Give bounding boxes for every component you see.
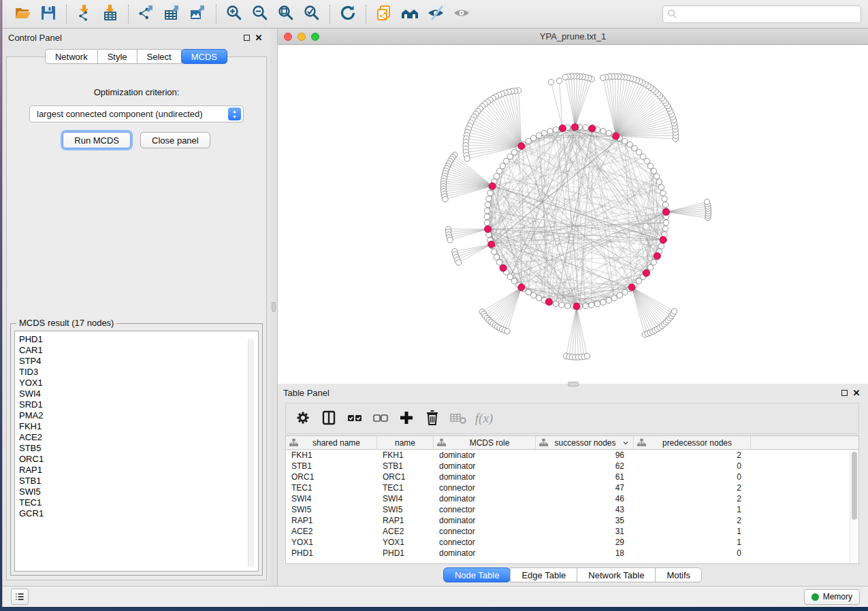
table-cell: dominator	[434, 548, 536, 559]
mcds-result-item[interactable]: SWI4	[19, 389, 258, 399]
import-table-button[interactable]	[97, 3, 123, 26]
tab-mcds[interactable]: MCDS	[181, 49, 227, 64]
task-history-button[interactable]	[11, 589, 29, 605]
zoom-fit-button[interactable]	[273, 3, 299, 26]
column-header-shared-name[interactable]: shared name	[286, 436, 377, 449]
float-table-panel-icon[interactable]	[838, 387, 850, 398]
table-row[interactable]: ACE2ACE2connector311	[286, 526, 858, 537]
first-neighbors-button[interactable]	[397, 3, 423, 26]
mcds-result-item[interactable]: STB1	[19, 476, 258, 486]
zoom-selected-icon	[303, 4, 321, 24]
run-mcds-button[interactable]: Run MCDS	[63, 132, 131, 148]
table-row[interactable]: STB1STB1dominator620	[286, 461, 858, 472]
tab-select[interactable]: Select	[137, 49, 182, 64]
toolbar-separator	[128, 5, 129, 24]
tab-style[interactable]: Style	[97, 49, 138, 64]
table-cell: 35	[536, 515, 634, 526]
hide-selected-button[interactable]	[423, 3, 449, 26]
column-header-successor-nodes[interactable]: successor nodes	[536, 436, 634, 449]
tab-motifs[interactable]: Motifs	[655, 567, 702, 582]
column-header-predecessor-nodes[interactable]: predecessor nodes	[634, 436, 751, 449]
delete-column-button	[447, 407, 470, 430]
mcds-result-item[interactable]: TEC1	[19, 497, 258, 508]
table-scrollbar[interactable]	[850, 450, 858, 563]
duplicate-network-button[interactable]	[371, 3, 397, 26]
table-cell: PHD1	[377, 548, 434, 559]
table-row[interactable]: SWI4SWI4dominator462	[286, 493, 858, 504]
table-scrollbar-thumb[interactable]	[852, 452, 857, 520]
table-cell: SWI4	[286, 493, 377, 504]
tab-node-table[interactable]: Node Table	[443, 567, 511, 582]
open-file-button[interactable]	[10, 3, 35, 26]
settings-button[interactable]	[291, 407, 315, 430]
mcds-result-item[interactable]: STP4	[19, 356, 258, 367]
select-all-button[interactable]	[343, 407, 366, 430]
mcds-result-item[interactable]: YOX1	[19, 378, 258, 389]
table-cell: TEC1	[377, 482, 434, 493]
mcds-result-item[interactable]: CAR1	[19, 345, 258, 356]
zoom-selected-button[interactable]	[299, 3, 325, 26]
toolbar-separator	[366, 5, 366, 24]
import-network-button[interactable]	[71, 3, 97, 26]
network-window: YPA_prune.txt_1	[277, 29, 868, 384]
horizontal-splitter-handle[interactable]	[568, 382, 579, 386]
float-panel-icon[interactable]	[240, 32, 253, 43]
export-image-button[interactable]	[185, 3, 211, 26]
zoom-in-button[interactable]	[221, 3, 247, 26]
tab-network[interactable]: Network	[45, 49, 98, 64]
table-row[interactable]: PHD1PHD1dominator180	[286, 548, 858, 559]
mcds-result-item[interactable]: PMA2	[19, 410, 258, 421]
mcds-result-item[interactable]: PHD1	[19, 334, 258, 345]
table-row[interactable]: SWI5SWI5connector431	[286, 504, 858, 515]
close-panel-icon[interactable]: ✕	[253, 32, 265, 43]
close-table-panel-icon[interactable]: ✕	[850, 387, 863, 398]
table-row[interactable]: TEC1TEC1connector472	[286, 482, 858, 493]
table-row[interactable]: RAP1RAP1dominator352	[286, 515, 858, 526]
export-network-icon	[138, 4, 155, 24]
mcds-result-item[interactable]: GCR1	[19, 508, 258, 519]
table-cell: 1	[634, 526, 751, 537]
refresh-button[interactable]	[335, 3, 361, 26]
result-list-scrollbar[interactable]	[248, 339, 254, 567]
export-network-button[interactable]	[133, 3, 159, 26]
mcds-result-item[interactable]: FKH1	[19, 421, 258, 432]
tab-network-table[interactable]: Network Table	[577, 567, 656, 582]
vertical-splitter-handle[interactable]	[272, 302, 276, 312]
table-row[interactable]: YOX1YOX1connector291	[286, 537, 858, 548]
mcds-result-item[interactable]: SRD1	[19, 399, 258, 410]
column-label: name	[379, 438, 431, 448]
add-row-button[interactable]	[395, 407, 418, 430]
save-button[interactable]	[35, 3, 61, 26]
column-header-MCDS-role[interactable]: MCDS role	[434, 436, 536, 449]
table-cell: dominator	[434, 472, 536, 482]
mcds-result-item[interactable]: SWI5	[19, 486, 258, 497]
show-all-button[interactable]	[449, 3, 475, 26]
table-row[interactable]: ORC1ORC1dominator610	[286, 472, 858, 482]
mcds-result-item[interactable]: STB5	[19, 443, 258, 454]
column-header-name[interactable]: name	[377, 436, 434, 449]
network-graph-svg[interactable]	[278, 45, 868, 384]
duplicate-network-icon	[375, 4, 393, 24]
columns-button[interactable]	[317, 407, 340, 430]
mcds-result-item[interactable]: ORC1	[19, 454, 258, 465]
mcds-result-item[interactable]: RAP1	[19, 465, 258, 476]
mcds-result-list[interactable]: PHD1CAR1STP4TID3YOX1SWI4SRD1PMA2FKH1ACE2…	[14, 331, 259, 572]
vertical-splitter[interactable]	[270, 29, 277, 586]
mcds-result-item[interactable]: ACE2	[19, 432, 258, 443]
search-input[interactable]	[662, 5, 861, 23]
network-canvas[interactable]	[278, 45, 868, 384]
add-row-icon	[398, 409, 415, 429]
criterion-select[interactable]: largest connected component (undirected)…	[29, 105, 244, 122]
memory-button[interactable]: Memory	[804, 589, 860, 605]
tab-edge-table[interactable]: Edge Table	[510, 567, 577, 582]
deselect-all-button[interactable]	[369, 407, 392, 430]
export-table-button[interactable]	[159, 3, 185, 26]
table-cell: connector	[434, 526, 536, 537]
table-row[interactable]: FKH1FKH1dominator962	[286, 450, 858, 461]
zoom-out-button[interactable]	[247, 3, 273, 26]
close-panel-button[interactable]: Close panel	[140, 132, 210, 148]
delete-row-button[interactable]	[421, 407, 444, 430]
mcds-result-item[interactable]: TID3	[19, 367, 258, 378]
control-panel-title: Control Panel	[8, 33, 62, 43]
export-table-icon	[163, 4, 181, 24]
